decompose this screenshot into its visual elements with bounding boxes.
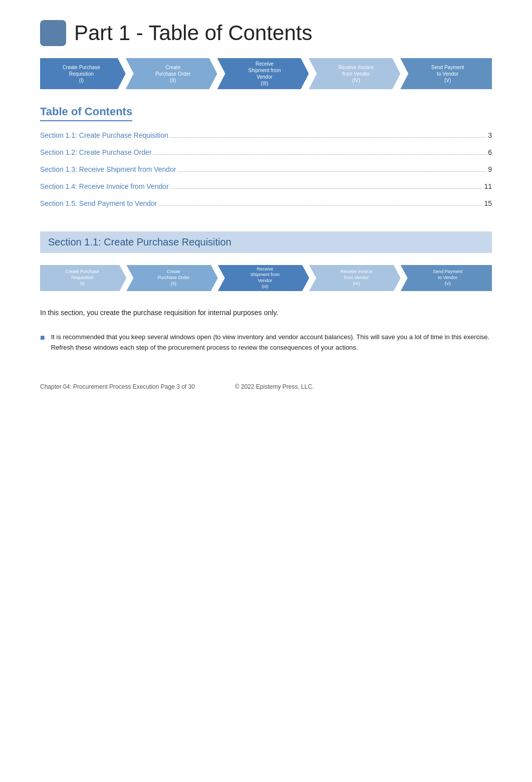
flow-step-3: ReceiveShipment fromVendor(III) [217,58,309,89]
toc-dots-3 [178,171,486,172]
part-title: Part 1 - Table of Contents [74,21,313,45]
toc-entry-2: Section 1.2: Create Purchase Order 6 [40,148,492,156]
toc-dots-2 [154,154,486,155]
toc-page-3: 9 [488,165,492,173]
section-1-1-title: Section 1.1: Create Purchase Requisition [48,236,484,248]
toc-entry-1: Section 1.1: Create Purchase Requisition… [40,131,492,139]
note-block: ■ It is recommended that you keep severa… [40,332,492,353]
toc-label-5: Section 1.5: Send Payment to Vendor [40,199,157,207]
toc-page-2: 6 [488,148,492,156]
process-flow-section: Create PurchaseRequisition(I) CreatePurc… [40,265,492,291]
footer-right: © 2022 Epistemy Press, LLC. [235,383,314,390]
toc-entry-4: Section 1.4: Receive Invoice from Vendor… [40,182,492,190]
toc-label-4: Section 1.4: Receive Invoice from Vendor [40,182,169,190]
flow-step-4: Receive Invoicefrom Vendor(IV) [309,58,400,89]
toc-page-1: 3 [488,131,492,139]
toc-section: Table of Contents Section 1.1: Create Pu… [40,105,492,207]
flow-step-5: Send Paymentto Vendor(V) [400,58,492,89]
flow-step-sm-2: CreatePurchase Order(II) [126,265,217,291]
toc-dots-1 [170,137,486,138]
toc-label-3: Section 1.3: Receive Shipment from Vendo… [40,165,176,173]
toc-heading: Table of Contents [40,105,132,121]
page-footer: Chapter 04: Procurement Process Executio… [40,383,492,390]
toc-entry-5: Section 1.5: Send Payment to Vendor 15 [40,199,492,207]
flow-step-sm-1: Create PurchaseRequisition(I) [40,265,126,291]
section-1-1-header: Section 1.1: Create Purchase Requisition [40,231,492,253]
toc-page-5: 15 [484,199,492,207]
flow-step-sm-3: ReceiveShipment fromVendor(III) [218,265,309,291]
part-icon [40,20,66,46]
part-header: Part 1 - Table of Contents [40,20,492,46]
toc-label-1: Section 1.1: Create Purchase Requisition [40,131,168,139]
note-icon: ■ [40,333,45,342]
toc-entry-3: Section 1.3: Receive Shipment from Vendo… [40,165,492,173]
section-body-text: In this section, you create the purchase… [40,307,492,318]
flow-step-2: CreatePurchase Order(II) [126,58,217,89]
toc-dots-4 [171,188,482,189]
flow-step-sm-4: Receive Invoicefrom Vendor(IV) [309,265,400,291]
flow-step-sm-5: Send Paymentto Vendor(V) [401,265,492,291]
note-text: It is recommended that you keep several … [51,332,492,353]
flow-step-1: Create PurchaseRequisition(I) [40,58,126,89]
toc-dots-5 [159,205,482,206]
process-flow-top: Create PurchaseRequisition(I) CreatePurc… [40,58,492,89]
toc-label-2: Section 1.2: Create Purchase Order [40,148,152,156]
footer-left: Chapter 04: Procurement Process Executio… [40,383,195,390]
toc-page-4: 11 [484,182,492,190]
